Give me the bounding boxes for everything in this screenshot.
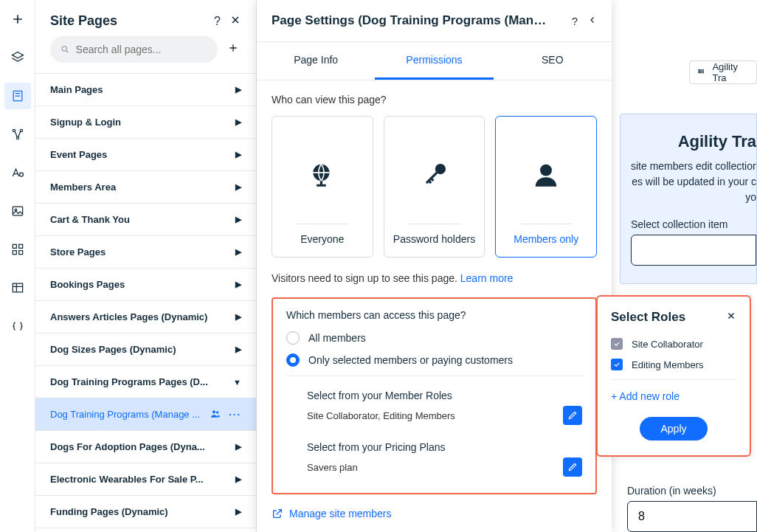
duration-input[interactable]: [627, 501, 757, 532]
checkbox-icon: [611, 338, 623, 350]
member-access-highlight: Which members can access this page? All …: [272, 297, 597, 494]
section-cart[interactable]: Cart & Thank You▶: [35, 203, 256, 235]
section-members-area[interactable]: Members Area▶: [35, 170, 256, 203]
info-text: Visitors need to sign up to see this pag…: [272, 272, 460, 284]
apply-button[interactable]: Apply: [640, 417, 707, 441]
section-dog-sizes[interactable]: Dog Sizes Pages (Dynamic)▶: [35, 333, 256, 365]
section-label: Main Pages: [50, 84, 103, 95]
page-settings-title: Page Settings (Dog Training Programs (Ma…: [272, 13, 552, 28]
pricing-plans-title: Select from your Pricing Plans: [307, 441, 582, 453]
perm-card-password[interactable]: Password holders: [384, 116, 485, 258]
checkbox-icon: [611, 359, 623, 370]
person-icon: [532, 125, 560, 224]
tab-seo[interactable]: SEO: [494, 42, 612, 80]
section-answers[interactable]: Answers Articles Pages (Dynamic)▶: [35, 300, 256, 333]
section-wearables[interactable]: Electronic Wearables For Sale P...▶: [35, 463, 256, 495]
section-label: Cart & Thank You: [50, 214, 130, 225]
svg-rect-8: [18, 244, 22, 248]
editor-vertical-toolbar: [0, 0, 35, 532]
add-page-button[interactable]: [225, 42, 241, 58]
select-item-dropdown[interactable]: [631, 235, 756, 266]
manage-members-link[interactable]: Manage site members: [272, 508, 597, 519]
globe-icon: [308, 125, 336, 224]
connections-icon[interactable]: [4, 121, 31, 148]
section-funding[interactable]: Funding Pages (Dynamic)▶: [35, 495, 256, 528]
chevron-right-icon: ▶: [235, 182, 241, 192]
section-bookings[interactable]: Bookings Pages▶: [35, 268, 256, 300]
section-label: Signup & Login: [50, 117, 121, 128]
visitors-info: Visitors need to sign up to see this pag…: [272, 272, 597, 284]
close-icon[interactable]: [726, 311, 736, 324]
perm-card-members[interactable]: Members only: [495, 116, 597, 258]
chevron-right-icon: ▶: [235, 117, 241, 127]
search-icon: [61, 44, 70, 55]
which-members-question: Which members can access this page?: [286, 309, 582, 321]
tab-permissions[interactable]: Permissions: [375, 42, 493, 80]
role-label: Site Collaborator: [632, 339, 703, 350]
svg-rect-7: [13, 244, 16, 248]
canvas-toolbar-tab[interactable]: Agility Tra: [689, 61, 757, 84]
svg-rect-21: [702, 70, 704, 72]
settings-tabs: Page Info Permissions SEO: [257, 42, 612, 80]
search-input-wrapper[interactable]: [50, 36, 218, 63]
add-new-role-link[interactable]: + Add new role: [611, 390, 736, 402]
chevron-right-icon: ▶: [235, 312, 241, 322]
pages-icon[interactable]: [4, 83, 31, 109]
site-pages-title: Site Pages: [50, 13, 117, 29]
edit-pricing-button[interactable]: [563, 457, 582, 477]
apps-icon[interactable]: [4, 236, 31, 263]
role-row-editing-members[interactable]: Editing Members: [611, 359, 736, 370]
help-icon[interactable]: ?: [572, 15, 578, 27]
help-icon[interactable]: ?: [214, 15, 221, 28]
radio-all-members[interactable]: All members: [286, 331, 582, 345]
section-event-pages[interactable]: Event Pages▶: [35, 138, 256, 170]
chevron-right-icon: ▶: [235, 280, 241, 289]
page-item-dog-training-manage[interactable]: Dog Training Programs (Manage ... ···: [35, 398, 256, 430]
svg-rect-24: [702, 72, 704, 73]
edit-roles-button[interactable]: [563, 406, 582, 425]
section-label: Dog Sizes Pages (Dynamic): [50, 344, 176, 355]
panel-desc: site members edit collection: [631, 159, 756, 174]
learn-more-link[interactable]: Learn more: [460, 272, 514, 284]
section-store[interactable]: Store Pages▶: [35, 235, 256, 268]
section-label: Funding Pages (Dynamic): [50, 506, 168, 517]
media-icon[interactable]: [4, 198, 31, 224]
code-icon[interactable]: [4, 313, 31, 339]
site-pages-header: Site Pages ?: [35, 0, 256, 36]
edit-item-panel: Agility Tra site members edit collection…: [620, 114, 757, 284]
section-dog-training[interactable]: Dog Training Programs Pages (D...▼: [35, 365, 256, 398]
panel-desc: yo: [631, 190, 756, 205]
text-style-icon[interactable]: [4, 159, 31, 186]
section-main-pages[interactable]: Main Pages▶: [35, 73, 256, 106]
pricing-plans-detail: Savers plan: [307, 462, 358, 473]
site-pages-panel: Site Pages ? Main Pages▶ Signup & Login▶…: [35, 0, 257, 532]
radio-selected-members[interactable]: Only selected members or paying customer…: [286, 353, 582, 367]
chevron-right-icon: ▶: [235, 507, 241, 517]
section-team[interactable]: Team Pages (Dynamic)▶: [35, 528, 256, 532]
svg-rect-19: [699, 70, 700, 72]
search-input[interactable]: [76, 44, 207, 55]
panel-heading: Agility Tra: [631, 132, 756, 151]
svg-rect-23: [700, 72, 702, 73]
role-row-site-collaborator[interactable]: Site Collaborator: [611, 338, 736, 350]
manage-members-label: Manage site members: [289, 508, 392, 519]
layers-icon[interactable]: [4, 44, 31, 71]
select-roles-popup: Select Roles Site Collaborator Editing M…: [596, 295, 751, 457]
section-dogs-adoption[interactable]: Dogs For Adoption Pages (Dyna...▶: [35, 430, 256, 463]
add-element-icon[interactable]: [4, 6, 31, 32]
chevron-right-icon: ▶: [235, 345, 241, 354]
svg-rect-11: [13, 283, 22, 292]
select-item-label: Select collection item: [631, 218, 756, 230]
radio-icon: [286, 331, 300, 345]
more-icon[interactable]: ···: [229, 409, 241, 420]
close-icon[interactable]: [229, 14, 241, 29]
svg-rect-5: [13, 207, 22, 215]
tab-page-info[interactable]: Page Info: [257, 42, 375, 80]
external-link-icon: [272, 508, 283, 519]
back-icon[interactable]: [588, 14, 597, 27]
section-label: Dog Training Programs Pages (D...: [50, 376, 208, 387]
data-icon[interactable]: [4, 274, 31, 301]
section-label: Electronic Wearables For Sale P...: [50, 474, 204, 485]
section-signup-login[interactable]: Signup & Login▶: [35, 106, 256, 138]
perm-card-everyone[interactable]: Everyone: [272, 116, 373, 258]
